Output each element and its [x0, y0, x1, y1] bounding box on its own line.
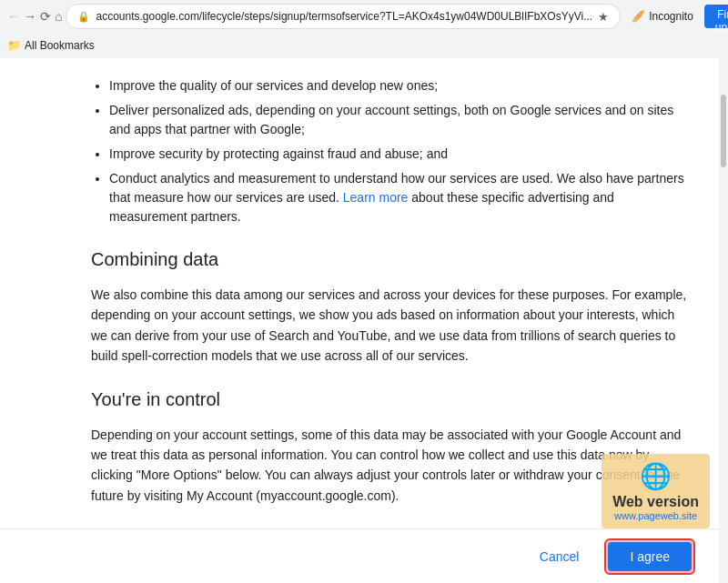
list-item: Improve security by protecting against f… [109, 145, 692, 164]
scrollbar[interactable] [719, 58, 728, 583]
cancel-button[interactable]: Cancel [525, 542, 594, 571]
watermark-site-text: www.pageweb.site [612, 510, 699, 521]
home-button[interactable]: ⌂ [55, 5, 62, 28]
page-content: Improve the quality of our services and … [0, 58, 728, 583]
refresh-button[interactable]: ⟳ [40, 5, 51, 28]
bookmark-star-icon[interactable]: ★ [598, 10, 609, 24]
incognito-badge: 🥖 Incognito [624, 10, 701, 23]
globe-icon: 🌐 [612, 461, 699, 491]
in-control-heading: You're in control [91, 385, 692, 414]
back-button[interactable]: ← [7, 5, 20, 28]
footer-right: Cancel I agree [525, 542, 692, 571]
lock-icon: 🔒 [77, 11, 90, 23]
incognito-label: Incognito [649, 10, 693, 23]
scrollbar-thumb[interactable] [721, 95, 726, 167]
bookmarks-folder-icon: 📁 [7, 39, 21, 52]
agree-button[interactable]: I agree [608, 542, 692, 571]
address-bar[interactable]: 🔒 accounts.google.com/lifecycle/steps/si… [66, 4, 621, 29]
forward-button[interactable]: → [24, 5, 36, 28]
finish-update-button[interactable]: Finish update [704, 5, 728, 28]
combining-data-text: We also combine this data among our serv… [91, 285, 692, 367]
footer-bar: Cancel I agree [0, 528, 728, 583]
combining-data-heading: Combining data [91, 245, 692, 274]
watermark-web-text: Web version [612, 493, 699, 510]
agree-button-wrapper: I agree [608, 542, 692, 571]
bookmarks-bar: 📁 All Bookmarks [0, 33, 728, 58]
all-bookmarks-label: All Bookmarks [25, 39, 95, 52]
main-content: Improve the quality of our services and … [0, 58, 728, 583]
url-text: accounts.google.com/lifecycle/steps/sign… [96, 10, 592, 23]
browser-toolbar: ← → ⟳ ⌂ 🔒 accounts.google.com/lifecycle/… [0, 0, 728, 33]
list-item: Conduct analytics and measurement to und… [109, 169, 692, 226]
incognito-icon: 🥖 [632, 10, 645, 23]
watermark-overlay: 🌐 Web version www.pageweb.site [602, 454, 710, 528]
list-item: Deliver personalized ads, depending on y… [109, 101, 692, 139]
learn-more-link[interactable]: Learn more [343, 190, 409, 205]
bullet-list: Improve the quality of our services and … [109, 76, 692, 226]
list-item: Improve the quality of our services and … [109, 76, 692, 95]
